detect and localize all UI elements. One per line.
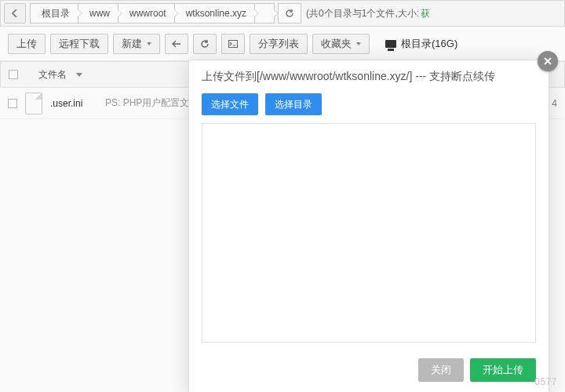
- close-icon: [544, 57, 552, 65]
- cancel-button[interactable]: 关闭: [418, 358, 464, 382]
- modal-close-button[interactable]: [538, 51, 558, 71]
- modal-title: 上传文件到[/www/wwwroot/wtksonline.xyz/] --- …: [189, 60, 549, 89]
- start-upload-button[interactable]: 开始上传: [470, 358, 536, 382]
- choose-file-button[interactable]: 选择文件: [202, 93, 258, 115]
- upload-drop-zone[interactable]: [202, 123, 536, 343]
- watermark: 0577: [534, 376, 557, 387]
- choose-file-label: 选择文件: [211, 99, 249, 110]
- cancel-label: 关闭: [431, 364, 451, 376]
- modal-body: 选择文件 选择目录: [189, 89, 549, 350]
- modal-footer: 关闭 开始上传: [189, 350, 549, 392]
- upload-modal: 上传文件到[/www/wwwroot/wtksonline.xyz/] --- …: [188, 60, 549, 392]
- start-upload-label: 开始上传: [483, 364, 523, 376]
- choose-dir-label: 选择目录: [275, 99, 312, 110]
- choose-dir-button[interactable]: 选择目录: [265, 93, 322, 115]
